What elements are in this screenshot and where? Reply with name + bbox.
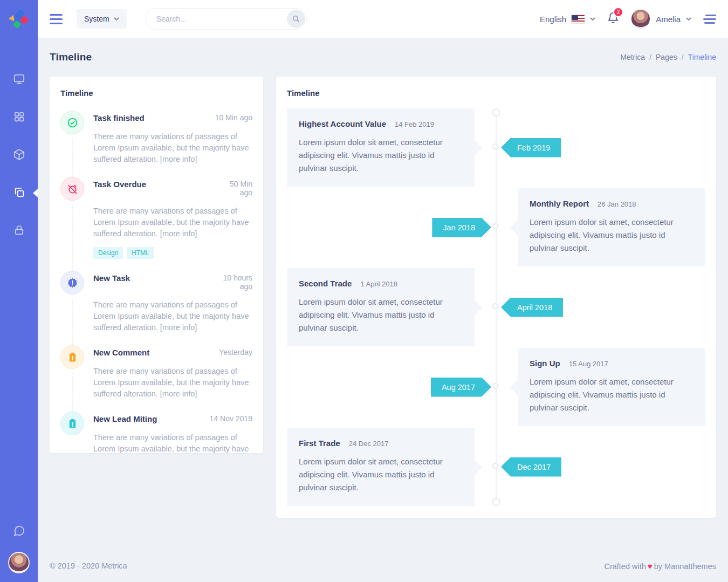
footer: © 2019 - 2020 Metrica Crafted with♥by Ma…: [38, 550, 728, 582]
activity-title: New Comment: [93, 346, 149, 357]
monitor-icon: [13, 73, 25, 87]
search-icon: [292, 15, 300, 23]
event-date: 14 Feb 2019: [395, 120, 434, 128]
activity-item: Task finished 10 Min ago There are many …: [60, 112, 252, 178]
system-dropdown[interactable]: System: [77, 9, 127, 29]
event-date-flag: Dec 2017: [501, 457, 561, 477]
breadcrumb-root[interactable]: Metrica: [620, 53, 645, 61]
event-title: Sign Up: [530, 359, 560, 368]
event-title: Second Trade: [299, 279, 352, 288]
activity-text: There are many variations of passages of…: [93, 432, 252, 453]
event-text: Lorem ipsum dolor sit amet, consectetur …: [299, 455, 463, 494]
event-title: First Trade: [299, 439, 340, 448]
user-avatar: [631, 9, 650, 29]
brand-logo[interactable]: [0, 0, 38, 38]
activity-list: Task finished 10 Min ago There are many …: [60, 112, 252, 453]
language-selector[interactable]: English: [540, 15, 595, 24]
clipboard-alert-icon: [60, 345, 84, 369]
activity-time: 10 Min ago: [215, 112, 252, 122]
seal-exclamation-icon: [60, 271, 84, 295]
activity-title: Task finished: [93, 112, 145, 122]
activity-title: New Task: [93, 272, 130, 283]
breadcrumb-separator: /: [649, 53, 651, 61]
card-title: Timeline: [60, 88, 252, 98]
sidebar-user-avatar[interactable]: [8, 552, 30, 573]
language-label: English: [540, 15, 566, 24]
breadcrumb-current: Timeline: [688, 53, 716, 61]
activity-time: Yesterday: [219, 346, 252, 357]
tag-badge: HTML: [127, 247, 154, 259]
timeline-node-dot: [492, 303, 498, 309]
breadcrumb-section[interactable]: Pages: [656, 53, 677, 61]
notifications-button[interactable]: 2: [607, 12, 619, 26]
search-button[interactable]: [287, 10, 305, 28]
event-text: Lorem ipsum dolor sit amet, consectetur …: [530, 216, 693, 255]
lock-icon: [13, 224, 25, 238]
activity-time: 50 Min ago: [220, 178, 252, 197]
alarm-off-icon: [60, 177, 84, 201]
page-header: Timeline Metrica / Pages / Timeline: [38, 38, 728, 77]
clipboard-alert-icon: [60, 412, 84, 435]
activity-tags: Design HTML: [93, 247, 252, 259]
timeline-event: Monthly Report 26 Jan 2018 Lorem ipsum d…: [287, 188, 705, 266]
activity-timeline-card: Timeline Task finished 10 Min ago There …: [50, 77, 263, 453]
activity-text: There are many variations of passages of…: [93, 131, 252, 165]
sidebar-item-pages[interactable]: [0, 181, 38, 205]
sidebar-item-dashboard[interactable]: [0, 68, 38, 92]
event-timeline-card: Timeline Highest Account Value 14 Feb 20…: [276, 77, 716, 518]
package-icon: [13, 148, 25, 163]
event-date-flag: Aug 2017: [431, 378, 491, 397]
us-flag-icon: [571, 15, 585, 24]
breadcrumb-separator: /: [682, 53, 684, 61]
timeline-event-box: First Trade 24 Dec 2017 Lorem ipsum dolo…: [287, 428, 475, 506]
app-root: System English 2 Amelia: [0, 0, 728, 582]
event-date: 1 April 2018: [360, 280, 397, 288]
event-title: Highest Account Value: [299, 119, 386, 128]
activity-text: There are many variations of passages of…: [93, 299, 252, 333]
timeline-node-dot: [492, 223, 498, 229]
sidebar: [0, 0, 38, 582]
check-circle-icon: [60, 111, 84, 134]
activity-time: 14 Nov 2019: [210, 413, 252, 423]
settings-menu-button[interactable]: [703, 15, 716, 24]
event-date: 15 Aug 2017: [569, 360, 608, 368]
activity-item: New Lead Miting 14 Nov 2019 There are ma…: [60, 413, 252, 453]
chat-bubble-icon: [13, 525, 25, 539]
activity-item: New Comment Yesterday There are many var…: [60, 346, 252, 413]
activity-text: There are many variations of passages of…: [93, 366, 252, 400]
timeline-node-dot: [492, 383, 498, 389]
tag-badge: Design: [93, 247, 123, 259]
notification-count-badge: 2: [613, 7, 623, 17]
sidebar-item-chat[interactable]: [0, 524, 38, 540]
search: [145, 8, 307, 30]
card-title: Timeline: [287, 88, 705, 98]
event-date-flag: Jan 2018: [432, 218, 491, 237]
event-text: Lorem ipsum dolor sit amet, consectetur …: [299, 296, 463, 334]
timeline-event: Sign Up 15 Aug 2017 Lorem ipsum dolor si…: [287, 348, 705, 426]
timeline-node-dot: [492, 143, 498, 149]
user-menu[interactable]: Amelia: [631, 9, 691, 29]
search-input[interactable]: [145, 8, 307, 30]
breadcrumb: Metrica / Pages / Timeline: [620, 53, 716, 61]
timeline-event-box: Sign Up 15 Aug 2017 Lorem ipsum dolor si…: [518, 348, 705, 426]
grid-icon: [13, 111, 25, 125]
page-title: Timeline: [50, 51, 92, 63]
activity-title: Task Overdue: [93, 178, 146, 189]
menu-toggle-button[interactable]: [50, 14, 63, 24]
activity-item: New Task 10 hours ago There are many var…: [60, 272, 252, 346]
content: Timeline Task finished 10 Min ago There …: [50, 77, 716, 518]
sidebar-item-components[interactable]: [0, 143, 38, 167]
event-date-flag: Feb 2019: [501, 138, 561, 158]
copy-pages-icon: [13, 186, 25, 201]
sidebar-item-ui-elements[interactable]: [0, 106, 38, 129]
user-name: Amelia: [656, 15, 681, 24]
timeline-event: First Trade 24 Dec 2017 Lorem ipsum dolo…: [287, 428, 705, 506]
event-date: 24 Dec 2017: [349, 440, 389, 448]
timeline-event-box: Monthly Report 26 Jan 2018 Lorem ipsum d…: [518, 188, 705, 266]
timeline-event-box: Second Trade 1 April 2018 Lorem ipsum do…: [287, 268, 475, 346]
sidebar-item-authentication[interactable]: [0, 219, 38, 243]
system-dropdown-label: System: [84, 15, 109, 23]
event-title: Monthly Report: [530, 199, 589, 208]
topbar: System English 2 Amelia: [38, 0, 728, 38]
timeline-event: Second Trade 1 April 2018 Lorem ipsum do…: [287, 268, 705, 346]
